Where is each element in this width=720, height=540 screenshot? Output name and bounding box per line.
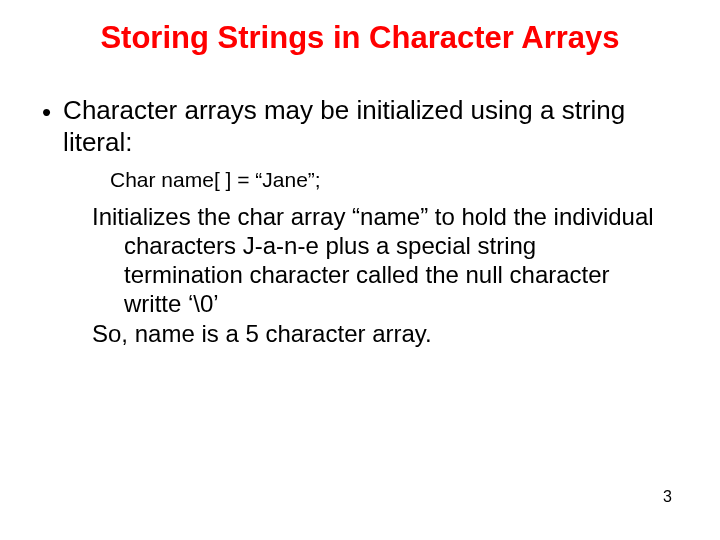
bullet-marker-icon: • [42, 96, 51, 128]
page-number: 3 [663, 488, 672, 506]
explanation-paragraph: Initializes the char array “name” to hol… [92, 202, 654, 348]
explanation-block: Initializes the char array “name” to hol… [92, 202, 654, 318]
slide-title: Storing Strings in Character Arrays [40, 20, 680, 56]
bullet-text: Character arrays may be initialized usin… [63, 94, 664, 158]
slide: Storing Strings in Character Arrays • Ch… [0, 0, 720, 540]
slide-body: • Character arrays may be initialized us… [42, 94, 664, 348]
code-example: Char name[ ] = “Jane”; [110, 168, 664, 192]
bullet-item: • Character arrays may be initialized us… [42, 94, 664, 158]
explanation-conclusion: So, name is a 5 character array. [92, 319, 654, 348]
